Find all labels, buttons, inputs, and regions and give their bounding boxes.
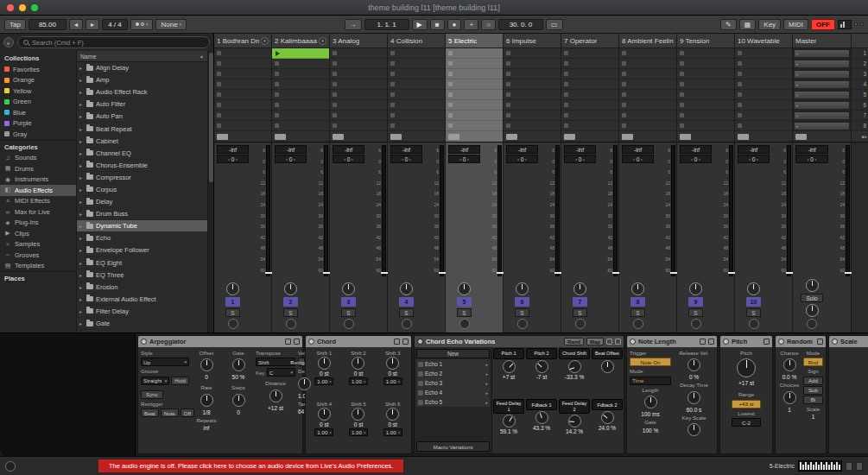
stop-clips-button[interactable]	[275, 134, 286, 140]
name-column-header[interactable]: Name	[80, 54, 97, 60]
arm-button[interactable]	[517, 319, 528, 329]
pan-display[interactable]: ◂0▸	[506, 155, 538, 163]
solo-button[interactable]: S	[225, 308, 240, 317]
clip-slot[interactable]	[561, 69, 618, 79]
pan-display[interactable]: ◂0▸	[680, 155, 712, 163]
clip-slot[interactable]	[446, 69, 503, 79]
clip-slot[interactable]	[446, 111, 503, 121]
stop-clips-button[interactable]	[564, 134, 575, 140]
scene-launch-button[interactable]: ▸	[795, 71, 849, 78]
arm-button[interactable]	[228, 319, 238, 329]
clip-slot[interactable]	[214, 69, 271, 79]
arm-button[interactable]	[807, 319, 817, 329]
clip-slot[interactable]	[388, 121, 445, 131]
clip-slot[interactable]	[735, 59, 792, 69]
sidebar-item-collection-gray[interactable]: Gray	[0, 129, 76, 140]
clip-slot[interactable]	[214, 90, 271, 100]
audio-engine-off-button[interactable]: OFF	[811, 19, 835, 30]
clip-slot[interactable]	[446, 59, 503, 69]
clip-stop-row[interactable]	[330, 131, 387, 142]
clip-slot[interactable]	[561, 90, 618, 100]
track-header[interactable]: 4 Collision	[388, 34, 445, 48]
pan-display[interactable]: ◂0▸	[333, 155, 364, 163]
macro-knob[interactable]	[503, 415, 516, 428]
clip-stop-row[interactable]	[619, 131, 676, 142]
clip-slot[interactable]	[619, 100, 676, 111]
decay-time-knob[interactable]	[687, 391, 700, 404]
mode-value[interactable]: Time	[630, 377, 671, 385]
expand-arrow-icon[interactable]: ▸	[79, 247, 84, 253]
track-activator-button[interactable]: 6	[515, 297, 529, 307]
clip-slot[interactable]	[388, 111, 445, 121]
shift-velocity-slider[interactable]: 1.00◂	[349, 428, 368, 436]
gate-value[interactable]: 50 %	[232, 374, 245, 380]
list-item-device[interactable]: ▸Drum Buss	[77, 208, 207, 220]
volume-display[interactable]: -inf	[795, 145, 828, 154]
key-map-button[interactable]: Key	[758, 19, 781, 30]
device-title-bar[interactable]: Pitch	[720, 336, 772, 347]
variation-row[interactable]: Echo 1▸	[416, 359, 490, 369]
pan-knob[interactable]	[400, 282, 413, 295]
level-meter[interactable]	[555, 145, 560, 276]
track-header[interactable]: 2 Kalimbaaaaa▾	[272, 34, 329, 48]
pan-knob[interactable]	[631, 282, 644, 295]
level-meter[interactable]	[671, 145, 675, 276]
track-header[interactable]: 3 Analog	[330, 34, 387, 48]
list-item-device[interactable]: ▸Cabinet	[77, 136, 207, 148]
list-item-device[interactable]: ▸Delay	[77, 196, 207, 208]
pitch-value[interactable]: +17 st	[738, 380, 754, 386]
scene-slot[interactable]: ▸	[793, 69, 851, 79]
save-preset-icon[interactable]	[402, 339, 409, 345]
clip-slot[interactable]	[677, 90, 734, 100]
rand-button[interactable]: Rand	[564, 338, 584, 345]
clip-slot[interactable]	[504, 59, 561, 69]
scene-slot[interactable]: ▸	[793, 59, 851, 69]
device-title-bar[interactable]: Scale	[829, 336, 868, 347]
clip-slot[interactable]	[561, 100, 618, 111]
volume-fader-handle[interactable]	[497, 272, 504, 274]
macro-knob[interactable]	[503, 360, 516, 373]
expand-arrow-icon[interactable]: ▸	[79, 320, 84, 326]
clip-slot[interactable]	[677, 59, 734, 69]
level-meter[interactable]	[729, 145, 733, 276]
sidebar-item-midi-effects[interactable]: ≡MIDI Effects	[0, 196, 76, 207]
solo-button[interactable]: Solo	[801, 294, 823, 302]
search-input[interactable]: Search (Cmd + F)	[17, 36, 210, 48]
volume-fader-handle[interactable]	[670, 272, 677, 274]
gate-value[interactable]: 100 %	[630, 428, 671, 434]
expand-arrow-icon[interactable]: ▸	[79, 138, 84, 144]
track-activator-button[interactable]: 3	[341, 297, 356, 307]
scene-slot[interactable]: ▸	[793, 48, 851, 59]
device-power-icon[interactable]	[308, 339, 314, 345]
pan-display[interactable]: ◂0▸	[448, 155, 480, 163]
macro-knob[interactable]	[568, 360, 581, 373]
pan-display[interactable]: ◂0▸	[564, 155, 596, 163]
scene-number[interactable]: 6	[852, 100, 868, 111]
macro-knob[interactable]	[601, 411, 614, 424]
quantize-menu[interactable]: None▾	[155, 19, 187, 30]
shift-velocity-slider[interactable]: 1.00◂	[314, 428, 333, 436]
scale-value[interactable]: 1	[803, 414, 823, 420]
track-activator-button[interactable]: 9	[688, 297, 703, 307]
distance-value[interactable]: +12 st	[256, 405, 295, 411]
sidebar-item-drums[interactable]: ▦Drums	[0, 163, 76, 174]
scrollbar-thumb[interactable]	[209, 53, 213, 182]
clip-slot[interactable]	[735, 90, 792, 100]
clip-slot[interactable]	[504, 121, 561, 131]
sidebar-item-samples[interactable]: ≈Samples	[0, 239, 76, 250]
clip-slot[interactable]	[446, 79, 503, 90]
clip-slot[interactable]	[677, 121, 734, 131]
clip-stop-row[interactable]	[561, 131, 618, 142]
macro-knob[interactable]	[601, 360, 614, 373]
list-item-device[interactable]: ▸Amp	[77, 74, 207, 86]
expand-arrow-icon[interactable]: ▸	[79, 223, 84, 229]
track-header[interactable]: 9 Tension	[677, 34, 734, 48]
scene-number[interactable]: 3	[852, 69, 868, 79]
device-title-bar[interactable]: Chord Echo Variations Rand Map	[415, 336, 624, 347]
clip-slot[interactable]	[388, 69, 445, 79]
scene-launch-button[interactable]: ▸	[795, 92, 849, 98]
hot-swap-icon[interactable]	[606, 339, 612, 345]
list-item-device[interactable]: ▸External Audio Effect	[77, 294, 207, 306]
stop-clips-button[interactable]	[738, 134, 749, 140]
capture-midi-button[interactable]: ○	[481, 19, 496, 30]
